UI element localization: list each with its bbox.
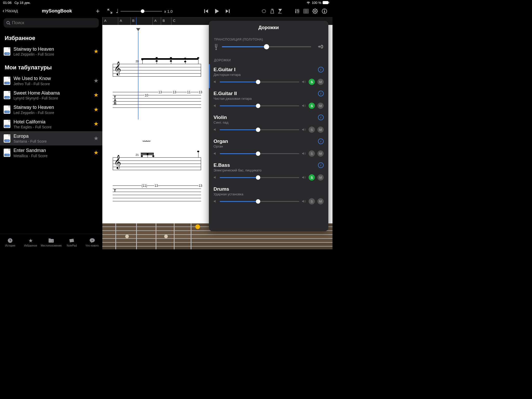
search-input[interactable]: [12, 20, 96, 25]
song-text: Stairway to Heaven Led Zeppelin - Full S…: [14, 104, 90, 115]
volume-slider[interactable]: [220, 129, 299, 130]
add-button[interactable]: +: [96, 7, 100, 15]
tempo-thumb[interactable]: [141, 9, 144, 13]
favorite-star[interactable]: ★: [94, 149, 99, 156]
song-row[interactable]: mSB Europa Santana - Full Score ★: [0, 131, 102, 145]
svg-line-32: [316, 12, 317, 13]
mute-button[interactable]: M: [317, 103, 324, 109]
tab-label: TAB: [114, 96, 116, 105]
track-item[interactable]: E.Guitar I Дисторшн-гитара i S M: [209, 64, 328, 88]
tempo-track[interactable]: [121, 11, 162, 12]
slider-thumb[interactable]: [256, 128, 260, 132]
marker[interactable]: A: [118, 17, 130, 25]
solo-button[interactable]: S: [309, 127, 315, 133]
solo-button[interactable]: S: [309, 79, 315, 85]
song-row[interactable]: mSB Stairway to Heaven Led Zeppelin - Fu…: [0, 102, 102, 117]
marker[interactable]: A: [102, 17, 118, 25]
marker[interactable]: B: [161, 17, 171, 25]
tab-label: Что нового: [86, 244, 99, 247]
song-subtitle: Santana - Full Score: [14, 139, 90, 143]
tab-notepad[interactable]: NotePad: [62, 234, 82, 249]
mixer-icon[interactable]: [295, 9, 300, 14]
search-box[interactable]: [4, 18, 99, 28]
song-text: Europa Santana - Full Score: [14, 133, 90, 143]
svg-rect-11: [229, 9, 230, 13]
mute-button[interactable]: M: [317, 150, 324, 157]
solo-button[interactable]: S: [309, 103, 315, 109]
song-row[interactable]: mSB Stairway to Heaven Led Zeppelin - Fu…: [0, 44, 102, 58]
mute-button[interactable]: M: [317, 79, 324, 85]
track-item[interactable]: Drums Ударная установка S M: [209, 184, 328, 208]
song-row[interactable]: mSB We Used to Know Jethro Tull - Full S…: [0, 74, 102, 88]
volume-slider[interactable]: [220, 201, 299, 202]
volume-slider[interactable]: [220, 82, 299, 82]
slider-thumb[interactable]: [256, 199, 260, 204]
track-list: E.Guitar I Дисторшн-гитара i S M E.Guita…: [209, 64, 328, 210]
slider-thumb[interactable]: [256, 80, 260, 84]
solo-button[interactable]: S: [309, 198, 315, 204]
song-title: We Used to Know: [14, 76, 90, 82]
back-button[interactable]: ‹ Назад: [3, 8, 18, 14]
skip-back-icon[interactable]: [204, 9, 209, 14]
slider-thumb[interactable]: [256, 151, 260, 156]
svg-rect-1: [329, 2, 329, 3]
song-list[interactable]: Избранное mSB Stairway to Heaven Led Zep…: [0, 29, 102, 234]
track-info-button[interactable]: i: [318, 67, 324, 72]
mute-button[interactable]: M: [317, 174, 324, 181]
loop-icon[interactable]: [261, 9, 267, 14]
solo-button[interactable]: S: [309, 150, 315, 157]
volume-slider[interactable]: [220, 105, 299, 106]
metronome-icon[interactable]: [270, 9, 274, 14]
tab-history[interactable]: История: [0, 234, 21, 249]
slider-thumb[interactable]: [264, 44, 269, 49]
favorite-star[interactable]: ★: [94, 48, 99, 55]
transpose-control: +0: [209, 43, 328, 56]
skip-fwd-icon[interactable]: [225, 9, 230, 14]
favorite-star[interactable]: ★: [94, 121, 99, 127]
marker[interactable]: B: [130, 17, 152, 25]
info-icon[interactable]: [322, 8, 327, 14]
song-row[interactable]: mSB Enter Sandman Metallica - Full Score…: [0, 145, 102, 160]
tempo-control[interactable]: ♩ x 1.0: [116, 8, 173, 15]
favorite-star[interactable]: ★: [94, 106, 99, 113]
mute-button[interactable]: M: [317, 127, 324, 133]
countdown-icon[interactable]: [278, 9, 282, 14]
play-icon[interactable]: [214, 8, 220, 14]
favorite-star[interactable]: ★: [94, 92, 99, 98]
marker[interactable]: C: [171, 17, 187, 25]
tab-whatsnew[interactable]: Что нового: [82, 234, 103, 249]
settings-icon[interactable]: [312, 8, 318, 14]
solo-button[interactable]: S: [309, 174, 315, 181]
fretboard-icon[interactable]: [303, 9, 309, 14]
tab-favorites[interactable]: ★ Избранное: [21, 234, 41, 249]
tab-fret: 13: [198, 184, 202, 188]
slider-thumb[interactable]: [256, 175, 260, 180]
favorite-star[interactable]: ★: [94, 77, 99, 84]
treble-clef-icon: 𝄞: [114, 155, 121, 169]
status-date: Ср 18 дек.: [14, 1, 30, 5]
chevron-left-icon: ‹: [3, 8, 4, 14]
transpose-slider[interactable]: [222, 46, 311, 47]
favorite-star[interactable]: ★: [94, 135, 99, 142]
track-info-button[interactable]: i: [318, 115, 324, 120]
track-item[interactable]: E.Guitar II Чистая джазовая гитара i S M: [209, 88, 328, 112]
track-info-button[interactable]: i: [318, 91, 324, 96]
mute-button[interactable]: M: [317, 198, 324, 204]
track-item[interactable]: E.Bass Электрический бас, пиццикато i S …: [209, 160, 328, 184]
volume-slider[interactable]: [220, 177, 299, 178]
tab-locations[interactable]: ♪ Местоположения: [41, 234, 62, 249]
battery-pct: 100 %: [312, 1, 321, 5]
track-info-button[interactable]: i: [318, 162, 324, 168]
marker[interactable]: A: [152, 17, 161, 25]
song-row[interactable]: mSB Sweet Home Alabama Lynyrd Skynyrd - …: [0, 88, 102, 102]
song-row[interactable]: mSB Hotel California The Eagles - Full S…: [0, 117, 102, 131]
tab-label: NotePad: [67, 244, 77, 247]
volume-slider[interactable]: [220, 153, 299, 154]
song-title: Stairway to Heaven: [14, 46, 90, 52]
track-item[interactable]: Organ Орган i S M: [209, 136, 328, 160]
track-info-button[interactable]: i: [318, 138, 324, 144]
track-item[interactable]: Violin Синт. пад i S M: [209, 112, 328, 136]
speaker-max-icon: [302, 200, 306, 203]
slider-thumb[interactable]: [256, 104, 260, 108]
fullscreen-icon[interactable]: [108, 9, 112, 14]
